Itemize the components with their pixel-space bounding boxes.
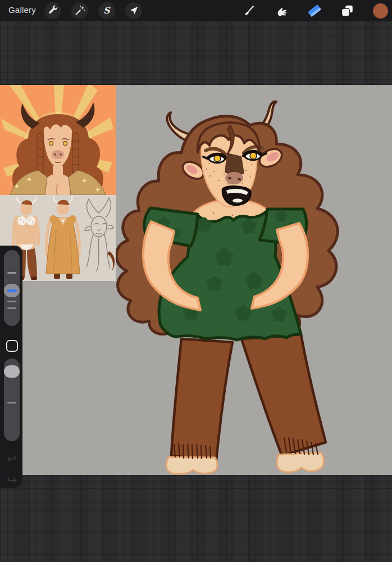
character-mouth: [222, 186, 251, 205]
smudge-icon: [274, 3, 289, 18]
undo-icon: ↩: [7, 452, 17, 465]
svg-text:S: S: [103, 5, 111, 16]
layers-button[interactable]: [339, 2, 355, 19]
redo-icon: ↪: [7, 474, 17, 486]
actions-button[interactable]: [44, 2, 61, 19]
character-nose: [225, 153, 244, 184]
reference-portrait: [0, 85, 116, 195]
drawing-canvas[interactable]: [0, 85, 392, 475]
eraser-icon: [307, 3, 322, 19]
selection-icon: S: [101, 4, 113, 17]
brush-icon: [241, 3, 256, 18]
opacity-handle[interactable]: [4, 365, 20, 378]
color-swatch-button[interactable]: [372, 2, 389, 19]
slider-tick: [7, 272, 16, 274]
undo-button[interactable]: ↩: [5, 452, 19, 466]
smudge-tool-button[interactable]: [273, 2, 290, 19]
selection-button[interactable]: S: [98, 2, 115, 19]
slider-tick: [7, 402, 16, 404]
brush-controls-sidebar: ↩ ↪: [0, 246, 22, 488]
top-toolbar: Gallery S: [0, 0, 392, 21]
erase-tool-button[interactable]: [306, 2, 323, 19]
procreate-workspace: Gallery S: [0, 0, 392, 562]
current-color-swatch: [373, 3, 388, 19]
character-legs: [166, 334, 326, 474]
brush-size-value-bar: [7, 289, 17, 292]
slider-tick: [7, 307, 16, 309]
transform-button[interactable]: [125, 2, 142, 19]
adjustments-button[interactable]: [71, 2, 88, 19]
magic-wand-icon: [74, 4, 86, 17]
redo-button[interactable]: ↪: [5, 474, 19, 487]
slider-tick: [7, 301, 16, 302]
brush-size-handle[interactable]: [4, 284, 20, 297]
modify-button[interactable]: [6, 340, 18, 352]
paint-tool-button[interactable]: [240, 2, 257, 19]
wrench-icon: [47, 4, 59, 17]
gallery-button[interactable]: Gallery: [8, 5, 36, 15]
transform-arrow-icon: [127, 4, 140, 17]
layers-icon: [340, 3, 355, 19]
